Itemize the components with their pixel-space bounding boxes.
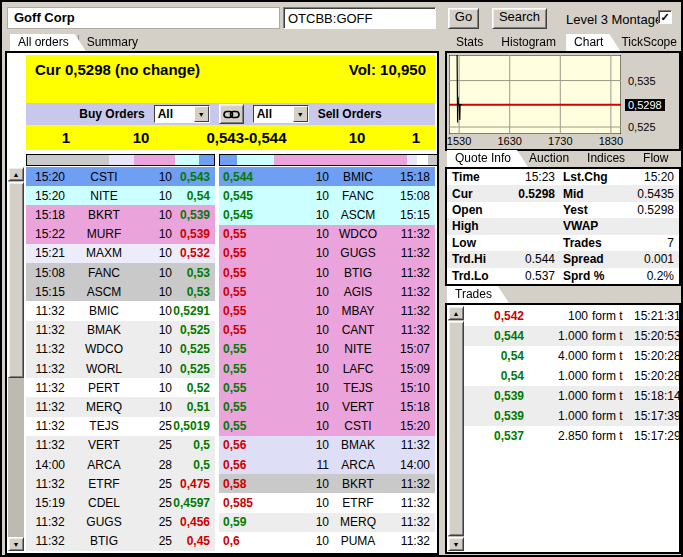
chain-link-icon (223, 109, 240, 120)
ask-side: 0,5510VERT15:18 (219, 397, 435, 416)
ask-price: 0,55 (219, 400, 275, 414)
quote-row: HighVWAP (447, 218, 679, 234)
tab-stats[interactable]: Stats (448, 35, 500, 51)
book-row[interactable]: 11:32WDCO100,5250,5510NITE15:07 (26, 340, 435, 359)
trade-row[interactable]: 0,5441.000form t15:20:53 (464, 326, 678, 346)
ask-mpid: MERQ (329, 515, 387, 529)
trade-type: form t (588, 409, 634, 423)
tab-trades[interactable]: Trades (447, 286, 509, 303)
go-button[interactable]: Go (448, 8, 479, 29)
level3-montage-window: Goff Corp Go Search Level 3 Montage ✓ Al… (0, 0, 683, 557)
quote-value: 15:23 (498, 170, 555, 184)
sell-filter-select[interactable]: All ▼ (253, 105, 309, 123)
ask-side: 0,54510FANC15:08 (219, 186, 435, 205)
trade-row[interactable]: 0,544.000form t15:20:28 (464, 346, 678, 366)
bid-price: 0,5 (172, 438, 215, 452)
ask-price: 0,56 (219, 438, 275, 452)
tab-tickscope[interactable]: TickScope (613, 35, 683, 51)
right-tab-strip: StatsHistogramChartTickScope (448, 34, 683, 51)
book-row[interactable]: 15:22MURF100,5390,5510WDCO11:32 (26, 225, 435, 244)
tab-all-orders[interactable]: All orders (10, 34, 86, 51)
ask-depth-strip (219, 154, 438, 166)
bid-size: 10 (134, 246, 172, 260)
bid-time: 11:32 (26, 381, 74, 395)
bid-size: 10 (134, 323, 172, 337)
bid-mm-count: 1 (26, 129, 106, 146)
bid-size: 10 (134, 400, 172, 414)
book-row[interactable]: 11:32BMAK100,5250,5510CANT11:32 (26, 321, 435, 340)
book-row[interactable]: 11:32GUGS250,4560,5910MERQ11:32 (26, 513, 435, 532)
book-row[interactable]: 15:21MAXM100,5320,5510GUGS11:32 (26, 244, 435, 263)
book-row[interactable]: 11:32BTIG250,450,610PUMA11:32 (26, 532, 435, 551)
book-row[interactable]: 15:20CSTI100,5430,54410BMIC15:18 (26, 167, 435, 186)
level3-montage-checkbox[interactable]: ✓ (658, 10, 672, 24)
bid-price: 0,53 (172, 266, 215, 280)
book-scrollbar[interactable]: ▲ ▼ (8, 167, 24, 551)
bid-size: 28 (134, 458, 172, 472)
trades-scrollbar[interactable]: ▲ ▼ (448, 306, 464, 551)
book-row[interactable]: 15:08FANC100,530,5510BTIG11:32 (26, 263, 435, 282)
trades-scrollbar-thumb[interactable] (448, 321, 464, 536)
quote-label: VWAP (555, 219, 617, 233)
trade-type: form t (588, 429, 634, 443)
book-row[interactable]: 11:32MERQ100,510,5510VERT15:18 (26, 397, 435, 416)
trade-row[interactable]: 0,541.000form t15:20:28 (464, 366, 678, 386)
book-row[interactable]: 11:32TEJS250,50190,5510CSTI15:20 (26, 417, 435, 436)
ask-side: 0,5510NITE15:07 (219, 340, 435, 359)
tab-histogram[interactable]: Histogram (493, 35, 573, 51)
quote-value: 0.2% (617, 269, 674, 283)
book-row[interactable]: 11:32VERT250,50,5610BMAK11:32 (26, 436, 435, 455)
ask-time: 11:32 (387, 477, 435, 491)
book-scrollbar-thumb[interactable] (8, 182, 24, 378)
tab-summary[interactable]: Summary (79, 35, 155, 51)
trade-type: form t (588, 329, 634, 343)
book-row[interactable]: 11:32PERT100,520,5510TEJS15:10 (26, 378, 435, 397)
bid-side: 15:08FANC100,53 (26, 263, 215, 282)
trade-row[interactable]: 0,5372.850form t15:17:29 (464, 426, 678, 446)
book-row[interactable]: 15:15ASCM100,530,5510AGIS11:32 (26, 282, 435, 301)
tab-indices[interactable]: Indices (579, 151, 642, 167)
search-button[interactable]: Search (492, 8, 547, 29)
quote-row: Trd.Lo0.537Sprd %0.2% (447, 268, 679, 284)
volume-text: Vol: 10,950 (349, 61, 426, 103)
tab-chart[interactable]: Chart (566, 34, 620, 51)
scroll-up-icon[interactable]: ▲ (8, 167, 24, 181)
ask-time: 11:32 (387, 534, 435, 548)
bid-mpid: MAXM (74, 246, 134, 260)
book-row[interactable]: 15:19CDEL250,45970,58510ETRF11:32 (26, 493, 435, 512)
quote-label: Trd.Lo (452, 269, 498, 283)
tab-flow[interactable]: Flow (635, 151, 683, 167)
tab-quote-info[interactable]: Quote Info (447, 150, 528, 167)
book-row[interactable]: 11:32BMIC100,52910,5510MBAY11:32 (26, 301, 435, 320)
depth-segment-lavpale (109, 155, 133, 165)
y-tick-label: 0,525 (625, 121, 659, 133)
best-bid-offer-row: 1 10 0,543-0,544 10 1 (26, 125, 435, 150)
tab-auction[interactable]: Auction (521, 151, 586, 167)
scroll-down-icon[interactable]: ▼ (8, 537, 24, 551)
bid-size: 10 (106, 129, 176, 146)
bid-time: 11:32 (26, 534, 74, 548)
ask-mpid: ASCM (329, 208, 387, 222)
ask-side: 0,5510MBAY11:32 (219, 301, 435, 320)
ask-size: 10 (275, 362, 329, 376)
chevron-down-icon[interactable]: ▼ (194, 106, 209, 122)
bid-mpid: BKRT (74, 208, 134, 222)
scroll-down-icon[interactable]: ▼ (448, 537, 464, 551)
book-row[interactable]: 11:32ETRF250,4750,5810BKRT11:32 (26, 474, 435, 493)
trade-row[interactable]: 0,542100form t15:21:31 (464, 306, 678, 326)
ask-price: 0,55 (219, 266, 275, 280)
link-filters-button[interactable] (219, 104, 244, 124)
trade-row[interactable]: 0,5391.000form t15:17:39 (464, 406, 678, 426)
quote-banner: Cur 0,5298 (no change) Vol: 10,950 (26, 55, 435, 103)
trade-row[interactable]: 0,5391.000form t15:18:14 (464, 386, 678, 406)
book-row[interactable]: 15:18BKRT100,5390,54510ASCM15:15 (26, 205, 435, 224)
scroll-up-icon[interactable]: ▲ (448, 306, 464, 320)
buy-filter-select[interactable]: All ▼ (154, 105, 210, 123)
book-row[interactable]: 14:00ARCA280,50,5611ARCA14:00 (26, 455, 435, 474)
chevron-down-icon[interactable]: ▼ (293, 106, 308, 122)
book-row[interactable]: 11:32WORL100,5250,5510LAFC15:09 (26, 359, 435, 378)
depth-segment-white (417, 155, 428, 165)
ask-mpid: AGIS (329, 285, 387, 299)
symbol-input[interactable] (283, 7, 436, 29)
book-row[interactable]: 15:20NITE100,540,54510FANC15:08 (26, 186, 435, 205)
